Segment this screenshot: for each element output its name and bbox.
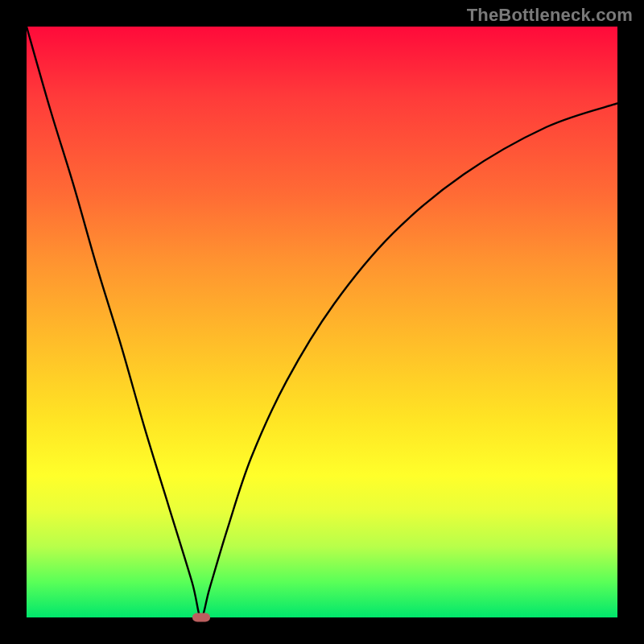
bottleneck-curve	[27, 27, 617, 617]
chart-frame: TheBottleneck.com	[0, 0, 644, 644]
minimum-marker	[192, 613, 210, 622]
watermark-text: TheBottleneck.com	[467, 5, 633, 26]
plot-area	[27, 27, 617, 617]
